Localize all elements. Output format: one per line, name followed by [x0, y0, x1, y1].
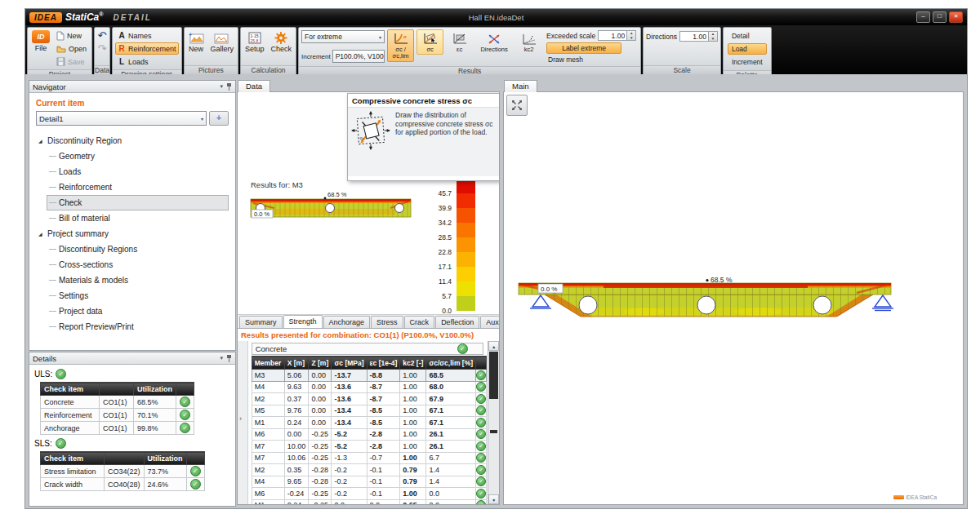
table-row[interactable]: M10.24-0.25 0.00.00.650.0	[252, 499, 487, 504]
zoom-extents-button[interactable]	[506, 95, 528, 116]
open-button[interactable]: Open	[54, 42, 89, 55]
sls-row[interactable]: Crack widthCO40(28)24.6%	[41, 478, 205, 491]
result-tab[interactable]: Summary	[239, 316, 283, 328]
draw-mesh-toggle[interactable]: Draw mesh	[546, 55, 636, 64]
spinner-arrows[interactable]: ▲ ▼	[627, 30, 636, 41]
tree-item[interactable]: Materials & models	[47, 273, 229, 288]
scale-directions-value[interactable]: 1.00	[679, 31, 709, 42]
min-utilization-label: 0.0 %	[254, 210, 270, 218]
palette-detail-button[interactable]: Detail	[728, 30, 767, 42]
tree-item[interactable]: ◢ Project summary	[36, 226, 229, 241]
spinner-arrows[interactable]: ▲ ▼	[709, 31, 718, 42]
gallery-button[interactable]: Gallery	[209, 31, 236, 54]
palette-increment-button[interactable]: Increment	[728, 56, 767, 68]
label-extreme-button[interactable]: Label extreme	[546, 42, 621, 54]
minimize-button[interactable]: –	[916, 11, 930, 23]
chevron-down-icon[interactable]: ▾	[220, 83, 223, 90]
uls-row[interactable]: ReinforcementCO1(1)70.1%	[41, 409, 194, 422]
add-detail-button[interactable]: +	[209, 111, 229, 126]
tree-expander-icon[interactable]: ◢	[38, 138, 47, 144]
tree-item[interactable]: Check	[47, 195, 229, 210]
table-row[interactable]: M20.370.00 -13.6-8.71.0067.9	[252, 393, 487, 405]
tab-data[interactable]: Data	[238, 80, 270, 92]
tree-item[interactable]: Cross-sections	[47, 257, 229, 273]
pin-icon[interactable]	[226, 355, 232, 362]
table-row[interactable]: M710.06-0.25 -1.3-0.71.006.7	[252, 452, 487, 464]
sigma-result-button[interactable]: σc	[416, 29, 443, 55]
uls-row[interactable]: AnchorageCO1(1)99.8%	[41, 422, 194, 435]
increment-dropdown[interactable]: P100.0%, V100.0% ▾	[332, 50, 385, 63]
restore-button[interactable]: □	[933, 11, 947, 23]
redo-icon[interactable]: ↷	[98, 44, 107, 54]
loads-toggle[interactable]: L Loads	[115, 55, 151, 68]
tree-item[interactable]: Discontinuity Regions	[47, 241, 229, 257]
sls-row[interactable]: Stress limitationCO34(22)73.7%	[41, 465, 205, 478]
result-tab[interactable]: Stress	[371, 316, 403, 328]
spinner-down-icon[interactable]: ▼	[709, 37, 717, 42]
col-ratio: σc/σc,lim [%]	[426, 357, 476, 370]
data-beam-drawing[interactable]: 68.5 % 0.0 %	[248, 188, 420, 224]
tree-item[interactable]: Bill of material	[47, 210, 229, 226]
names-toggle[interactable]: A Names	[115, 29, 154, 42]
table-row[interactable]: M6-0.24-0.25 -0.2-0.11.000.0	[252, 488, 487, 500]
data-canvas[interactable]: 62.8 57.1 51.4 45.7 39.9	[237, 91, 500, 505]
new-button[interactable]: New	[54, 29, 89, 42]
table-row[interactable]: M10.240.00 -13.4-8.51.0067.1	[252, 417, 487, 429]
reinforcement-toggle[interactable]: R Reinforcement	[115, 42, 179, 55]
check-button[interactable]: Check	[270, 31, 294, 54]
extreme-dropdown[interactable]: For extreme ▾	[301, 30, 385, 43]
row-expander-icon[interactable]: ›	[239, 414, 242, 423]
tree-item[interactable]: Loads	[47, 164, 229, 179]
concrete-group-row[interactable]: Concrete	[252, 343, 483, 355]
scroll-up-icon[interactable]: ▲	[488, 341, 499, 351]
save-button[interactable]: Save	[54, 55, 89, 68]
close-button[interactable]: ×	[949, 11, 963, 23]
vertical-scrollbar[interactable]: ▲ ▼	[488, 341, 499, 504]
tree-item[interactable]: ◢ Discontinuity Region	[36, 133, 229, 148]
result-tab[interactable]: Crack	[404, 316, 435, 328]
check-icon	[476, 489, 486, 498]
picture-new-button[interactable]: + New	[187, 31, 206, 54]
undo-icon[interactable]: ↶	[98, 31, 107, 41]
navigator-body: Current item Detail1 ▾ + ◢ Discontinuity…	[29, 93, 235, 350]
setup-button[interactable]: 1·1525.8 Setup	[243, 31, 266, 54]
uls-row[interactable]: ConcreteCO1(1)68.5%	[41, 396, 194, 409]
exceeded-scale-value[interactable]: 1.00	[598, 30, 627, 41]
directions-result-button[interactable]: Directions	[475, 29, 513, 55]
tree-item[interactable]: Geometry	[47, 148, 229, 164]
result-tab[interactable]: Deflection	[435, 316, 479, 328]
tab-main[interactable]: Main	[504, 80, 537, 92]
spinner-down-icon[interactable]: ▼	[627, 36, 635, 41]
tree-item[interactable]: Project data	[47, 304, 229, 319]
epsilon-result-button[interactable]: εc	[446, 29, 473, 55]
file-button[interactable]: ID File	[30, 29, 51, 53]
check-icon	[190, 466, 201, 476]
table-row[interactable]: M49.630.00 -13.6-8.71.0068.0	[252, 381, 487, 393]
main-beam-drawing[interactable]: 68.5 % 0.0 %	[514, 277, 906, 337]
chevron-down-icon[interactable]: ▾	[220, 355, 223, 361]
tree-expander-icon[interactable]: ◢	[38, 231, 47, 237]
tree-item[interactable]: Reinforcement	[47, 179, 229, 195]
exceeded-scale-spinner[interactable]: 1.00 ▲ ▼	[598, 30, 636, 41]
tree-item[interactable]: Settings	[47, 288, 229, 304]
table-row[interactable]: M710.00-0.25 -5.2-2.81.0026.1	[252, 441, 487, 453]
result-tab[interactable]: Auxiliary	[480, 316, 500, 328]
pin-icon[interactable]	[226, 83, 232, 91]
scroll-down-icon[interactable]: ▼	[488, 494, 499, 504]
palette-load-button[interactable]: Load	[728, 43, 767, 55]
table-row[interactable]: M49.65-0.28 -0.2-0.10.791.4	[252, 476, 487, 488]
scale-directions-spinner[interactable]: 1.00 ▲ ▼	[679, 31, 718, 42]
result-tab[interactable]: Strength	[283, 315, 323, 328]
table-row[interactable]: M35.060.00 -13.7-8.81.0068.5	[252, 370, 487, 382]
kc2-result-button[interactable]: kc2	[515, 29, 542, 55]
scrollbar-thumb[interactable]	[489, 352, 498, 399]
current-item-dropdown[interactable]: Detail1 ▾	[36, 111, 207, 126]
result-tab[interactable]: Anchorage	[323, 316, 371, 328]
main-canvas[interactable]: 68.5 % 0.0 % IDEA StatiCa	[503, 91, 964, 505]
sigma-ratio-result-button[interactable]: σ σc / σc,lim	[387, 29, 414, 62]
table-row[interactable]: M59.760.00 -13.4-8.51.0067.1	[252, 405, 487, 417]
table-row[interactable]: M60.00-0.25 -5.2-2.81.0026.1	[252, 428, 487, 441]
tree-item[interactable]: Report Preview/Print	[47, 319, 229, 335]
table-row[interactable]: M20.35-0.28 -0.2-0.10.791.4	[252, 464, 487, 476]
details-body: ULS: Check item Utilization ConcreteC	[29, 365, 235, 506]
